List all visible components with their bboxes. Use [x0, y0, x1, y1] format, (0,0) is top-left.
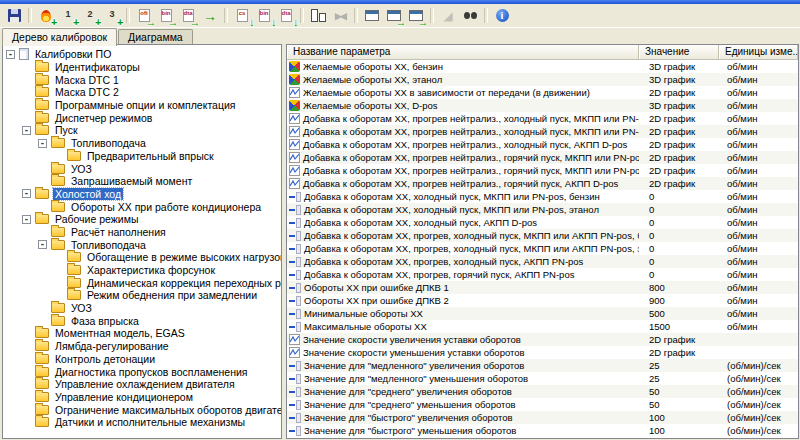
- tree-item[interactable]: Обогащение в режиме высоких нагрузок: [3, 251, 281, 264]
- folder-icon: [51, 240, 65, 250]
- param-value-cell: 25: [639, 360, 719, 371]
- table-row[interactable]: Желаемые обороты XX, D-pos3D графикоб/ми…: [287, 99, 798, 112]
- table-row[interactable]: Добавка к оборотам XX, прогрев нейтрализ…: [287, 138, 798, 151]
- tree-item[interactable]: -Рабочие режимы: [3, 213, 281, 226]
- load-flash-add-button[interactable]: +: [36, 6, 57, 25]
- table-row[interactable]: Добавка к оборотам XX, прогрев, холодный…: [287, 242, 798, 255]
- tree-item[interactable]: УОЗ: [3, 302, 281, 315]
- table-row[interactable]: Желаемые обороты XX, этанол3D графикоб/м…: [287, 73, 798, 86]
- tab-calibration-tree[interactable]: Дерево калибровок: [2, 28, 117, 46]
- param-name-cell: Значение скорости уменьшения уставки обо…: [287, 347, 639, 358]
- table-row[interactable]: Добавка к оборотам XX, холодный пуск, АК…: [287, 216, 798, 229]
- expander-minus-icon[interactable]: -: [22, 126, 31, 135]
- tree-item[interactable]: Характеристика форсунок: [3, 264, 281, 277]
- tree-item[interactable]: Датчики и исполнительные механизмы: [3, 416, 281, 429]
- open-dta-button[interactable]: dta→: [178, 6, 199, 25]
- table-row[interactable]: Добавка к оборотам XX, прогрев нейтрализ…: [287, 112, 798, 125]
- tree-item[interactable]: Предварительный впрыск: [3, 150, 281, 163]
- table-row[interactable]: Максимальные обороты XX1500об/мин: [287, 320, 798, 333]
- table-row[interactable]: Минимальные обороты XX500об/мин: [287, 307, 798, 320]
- tab-diagram[interactable]: Диаграмма: [118, 29, 193, 45]
- expander-minus-icon[interactable]: -: [38, 240, 47, 249]
- table-row[interactable]: Обороты XX при ошибке ДПКВ 1800об/мин: [287, 281, 798, 294]
- new-window-button[interactable]: [362, 6, 383, 25]
- expander-minus-icon[interactable]: -: [38, 139, 47, 148]
- tree-item[interactable]: Динамическая коррекция переходных режимо…: [3, 276, 281, 289]
- tree-item[interactable]: Диспетчер режимов: [3, 111, 281, 124]
- tree-item[interactable]: -Пуск: [3, 124, 281, 137]
- export-cs-button[interactable]: cs↓: [232, 6, 253, 25]
- tree-item[interactable]: Диагностика пропусков воспламенения: [3, 365, 281, 378]
- tree-item[interactable]: Моментная модель, EGAS: [3, 327, 281, 340]
- table-row[interactable]: Значение скорости увеличения уставки обо…: [287, 333, 798, 346]
- expander-minus-icon[interactable]: -: [6, 50, 15, 59]
- load-layer-1-button[interactable]: 1+: [58, 6, 79, 25]
- tree-item[interactable]: Контроль детонации: [3, 353, 281, 366]
- tree-item[interactable]: -Топливоподача: [3, 238, 281, 251]
- open-ofi-button[interactable]: ofi→: [134, 6, 155, 25]
- expander-minus-icon[interactable]: -: [22, 189, 31, 198]
- tree-item[interactable]: Фаза впрыска: [3, 314, 281, 327]
- table-row[interactable]: Добавка к оборотам XX, прогрев, холодный…: [287, 255, 798, 268]
- table-row[interactable]: Добавка к оборотам XX, прогрев нейтрализ…: [287, 177, 798, 190]
- window-import-button[interactable]: →: [384, 6, 405, 25]
- about-button[interactable]: i: [492, 6, 513, 25]
- table-row[interactable]: Значение для "медленного" уменьшения обо…: [287, 372, 798, 385]
- tree-item-selected[interactable]: -Холостой ход: [3, 188, 281, 201]
- table-row[interactable]: Желаемые обороты XX, бензин3D графикоб/м…: [287, 60, 798, 73]
- table-row[interactable]: Добавка к оборотам XX, прогрев, горячий …: [287, 268, 798, 281]
- table-row[interactable]: Значение для "медленного" увеличения обо…: [287, 359, 798, 372]
- tree-item[interactable]: Маска DTC 2: [3, 86, 281, 99]
- table-row[interactable]: Добавка к оборотам XX, холодный пуск, МК…: [287, 190, 798, 203]
- tree-item[interactable]: Управление кондиционером: [3, 391, 281, 404]
- export-bin-button[interactable]: bin↓: [254, 6, 275, 25]
- param-name-cell: Добавка к оборотам XX, прогрев, холодный…: [287, 256, 639, 267]
- column-header-name[interactable]: Название параметра: [287, 45, 639, 59]
- table-row[interactable]: Значение скорости уменьшения уставки обо…: [287, 346, 798, 359]
- tree-item[interactable]: -Топливоподача: [3, 137, 281, 150]
- tree-item-label: Пуск: [53, 124, 80, 136]
- load-layer-3-button[interactable]: 3+: [102, 6, 123, 25]
- column-header-units[interactable]: Единицы изме...: [719, 45, 798, 59]
- table-row[interactable]: Значение для "среднего" увеличения оборо…: [287, 385, 798, 398]
- table-row[interactable]: Желаемые обороты XX в зависимости от пер…: [287, 86, 798, 99]
- param-name-cell: Добавка к оборотам XX, прогрев нейтрализ…: [287, 178, 639, 189]
- table-row[interactable]: Значение для "быстрого" уменьшения оборо…: [287, 424, 798, 437]
- folder-icon: [51, 138, 65, 148]
- load-layer-2-button[interactable]: 2+: [80, 6, 101, 25]
- tree-item[interactable]: УОЗ: [3, 162, 281, 175]
- tree-item[interactable]: Обороты XX при работе кондиционера: [3, 200, 281, 213]
- tree-item-label: Лямбда-регулирование: [53, 340, 171, 352]
- tree-item[interactable]: Ограничение максимальных оборотов двигат…: [3, 403, 281, 416]
- tree-item[interactable]: Программные опции и комплектация: [3, 99, 281, 112]
- param-units-cell: об/мин: [719, 152, 798, 163]
- table-row[interactable]: Значение для "быстрого" увеличения оборо…: [287, 411, 798, 424]
- tree-item[interactable]: Запрашиваемый момент: [3, 175, 281, 188]
- param-value-cell: 2D график: [639, 126, 719, 137]
- tree-item[interactable]: Идентификаторы: [3, 61, 281, 74]
- table-row[interactable]: Добавка к оборотам XX, прогрев нейтрализ…: [287, 125, 798, 138]
- tree-item[interactable]: Расчёт наполнения: [3, 226, 281, 239]
- tree-item[interactable]: Лямбда-регулирование: [3, 340, 281, 353]
- open-bin-button[interactable]: bin→: [156, 6, 177, 25]
- tree-item[interactable]: Режим обеднения при замедлении: [3, 289, 281, 302]
- table-row[interactable]: Добавка к оборотам XX, прогрев нейтрализ…: [287, 164, 798, 177]
- column-header-value[interactable]: Значение: [639, 45, 719, 59]
- tree-item[interactable]: Маска DTC 1: [3, 73, 281, 86]
- open-file-button[interactable]: →: [200, 6, 221, 25]
- compare-button[interactable]: [308, 6, 329, 25]
- param-units-cell: об/мин: [719, 126, 798, 137]
- search-button[interactable]: [460, 6, 481, 25]
- save-button[interactable]: [4, 6, 25, 25]
- export-dta-button[interactable]: dta↓: [276, 6, 297, 25]
- table-row[interactable]: Добавка к оборотам XX, прогрев нейтрализ…: [287, 151, 798, 164]
- window-export-button[interactable]: →: [406, 6, 427, 25]
- expander-minus-icon[interactable]: -: [22, 215, 31, 224]
- table-row[interactable]: Значение для "среднего" уменьшения оборо…: [287, 398, 798, 411]
- tree-item[interactable]: -Калибровки ПО: [3, 48, 281, 61]
- table-row[interactable]: Обороты XX при ошибке ДПКВ 2900об/мин: [287, 294, 798, 307]
- table-row[interactable]: Добавка к оборотам XX, холодный пуск, МК…: [287, 203, 798, 216]
- tree-item[interactable]: Управление охлаждением двигателя: [3, 378, 281, 391]
- toolbar-separator: [224, 8, 228, 23]
- table-row[interactable]: Добавка к оборотам XX, прогрев, холодный…: [287, 229, 798, 242]
